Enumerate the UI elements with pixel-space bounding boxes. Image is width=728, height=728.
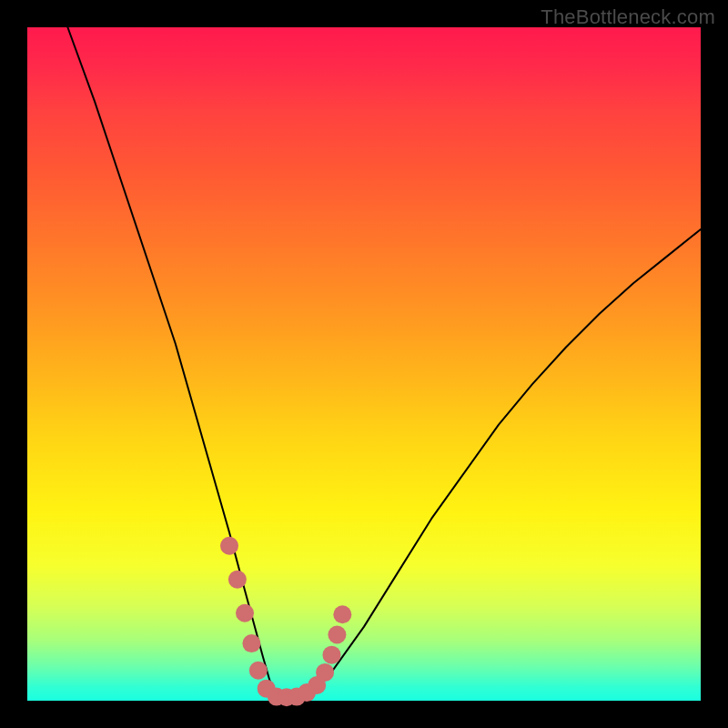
- marker-point: [322, 646, 340, 664]
- chart-overlay: [27, 27, 701, 701]
- marker-group: [220, 537, 351, 707]
- marker-point: [236, 604, 254, 622]
- marker-point: [242, 634, 260, 652]
- marker-point: [333, 605, 351, 623]
- marker-point: [220, 537, 238, 555]
- marker-point: [228, 571, 247, 589]
- watermark-text: TheBottleneck.com: [541, 5, 715, 29]
- marker-point: [328, 625, 346, 643]
- marker-point: [316, 663, 334, 682]
- marker-point: [249, 662, 268, 680]
- bottleneck-curve: [67, 27, 701, 697]
